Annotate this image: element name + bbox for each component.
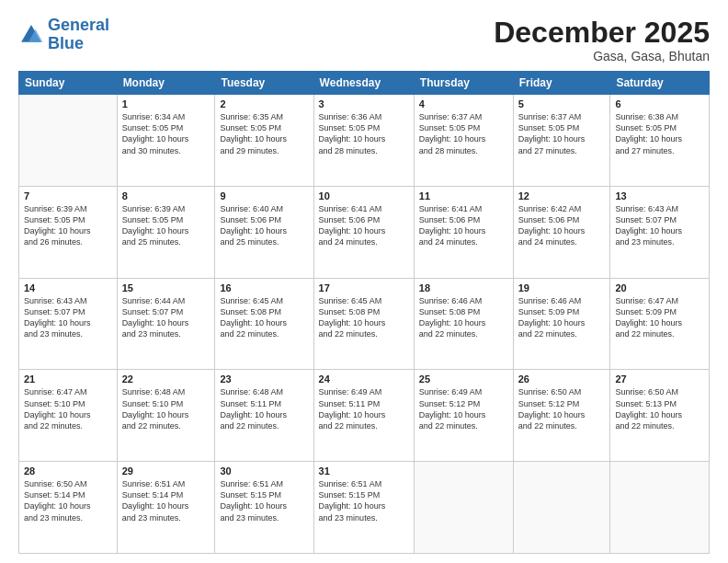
day-info: Sunrise: 6:50 AMSunset: 5:12 PMDaylight:… [518,386,606,431]
calendar-cell: 29Sunrise: 6:51 AMSunset: 5:14 PMDayligh… [117,462,215,554]
day-info: Sunrise: 6:34 AMSunset: 5:05 PMDaylight:… [122,111,210,156]
calendar-cell: 7Sunrise: 6:39 AMSunset: 5:05 PMDaylight… [19,186,118,278]
calendar-week-2: 7Sunrise: 6:39 AMSunset: 5:05 PMDaylight… [19,186,710,278]
calendar-week-3: 14Sunrise: 6:43 AMSunset: 5:07 PMDayligh… [19,278,710,370]
calendar-cell: 6Sunrise: 6:38 AMSunset: 5:05 PMDaylight… [610,95,710,187]
day-number: 9 [220,190,308,201]
day-number: 7 [24,190,112,201]
day-number: 10 [319,190,409,201]
column-header-friday: Friday [513,72,610,95]
calendar-cell: 21Sunrise: 6:47 AMSunset: 5:10 PMDayligh… [19,370,118,462]
day-number: 18 [419,282,508,293]
calendar-cell: 17Sunrise: 6:45 AMSunset: 5:08 PMDayligh… [313,278,414,370]
column-header-tuesday: Tuesday [215,72,313,95]
day-info: Sunrise: 6:49 AMSunset: 5:12 PMDaylight:… [419,386,508,431]
calendar-cell [513,462,610,554]
day-info: Sunrise: 6:37 AMSunset: 5:05 PMDaylight:… [419,111,508,156]
column-header-sunday: Sunday [19,72,118,95]
title-block: December 2025 Gasa, Gasa, Bhutan [494,17,710,63]
calendar-cell: 31Sunrise: 6:51 AMSunset: 5:15 PMDayligh… [313,462,414,554]
calendar-cell: 9Sunrise: 6:40 AMSunset: 5:06 PMDaylight… [215,186,313,278]
day-number: 30 [220,465,308,477]
day-number: 5 [518,98,606,109]
title-month: December 2025 [494,17,710,49]
calendar-cell: 10Sunrise: 6:41 AMSunset: 5:06 PMDayligh… [313,186,414,278]
day-info: Sunrise: 6:47 AMSunset: 5:09 PMDaylight:… [615,295,704,340]
day-info: Sunrise: 6:51 AMSunset: 5:15 PMDaylight:… [319,478,409,523]
day-number: 20 [615,282,704,293]
day-info: Sunrise: 6:39 AMSunset: 5:05 PMDaylight:… [122,203,210,248]
calendar-cell: 12Sunrise: 6:42 AMSunset: 5:06 PMDayligh… [513,186,610,278]
day-number: 31 [319,465,409,477]
calendar-cell: 23Sunrise: 6:48 AMSunset: 5:11 PMDayligh… [215,370,313,462]
logo-icon [18,22,44,48]
day-number: 23 [220,373,308,385]
calendar-cell: 19Sunrise: 6:46 AMSunset: 5:09 PMDayligh… [513,278,610,370]
calendar-week-1: 1Sunrise: 6:34 AMSunset: 5:05 PMDaylight… [19,95,710,187]
calendar-cell: 16Sunrise: 6:45 AMSunset: 5:08 PMDayligh… [215,278,313,370]
day-number: 16 [220,282,308,293]
day-info: Sunrise: 6:48 AMSunset: 5:10 PMDaylight:… [122,386,210,431]
calendar-cell [19,95,118,187]
calendar-week-5: 28Sunrise: 6:50 AMSunset: 5:14 PMDayligh… [19,462,710,554]
day-number: 13 [615,190,704,201]
day-info: Sunrise: 6:40 AMSunset: 5:06 PMDaylight:… [220,203,308,248]
day-info: Sunrise: 6:45 AMSunset: 5:08 PMDaylight:… [220,295,308,340]
day-number: 8 [122,190,210,201]
calendar-cell: 20Sunrise: 6:47 AMSunset: 5:09 PMDayligh… [610,278,710,370]
calendar-cell: 5Sunrise: 6:37 AMSunset: 5:05 PMDaylight… [513,95,610,187]
day-info: Sunrise: 6:43 AMSunset: 5:07 PMDaylight:… [24,295,112,340]
day-info: Sunrise: 6:49 AMSunset: 5:11 PMDaylight:… [319,386,409,431]
calendar-cell: 13Sunrise: 6:43 AMSunset: 5:07 PMDayligh… [610,186,710,278]
day-number: 21 [24,373,112,385]
calendar-cell: 15Sunrise: 6:44 AMSunset: 5:07 PMDayligh… [117,278,215,370]
day-number: 25 [419,373,508,385]
day-number: 3 [319,98,409,109]
column-header-wednesday: Wednesday [313,72,414,95]
day-info: Sunrise: 6:43 AMSunset: 5:07 PMDaylight:… [615,203,704,248]
calendar-cell: 4Sunrise: 6:37 AMSunset: 5:05 PMDaylight… [414,95,513,187]
day-info: Sunrise: 6:47 AMSunset: 5:10 PMDaylight:… [24,386,112,431]
day-info: Sunrise: 6:38 AMSunset: 5:05 PMDaylight:… [615,111,704,156]
day-info: Sunrise: 6:50 AMSunset: 5:13 PMDaylight:… [615,386,704,431]
day-number: 4 [419,98,508,109]
day-number: 15 [122,282,210,293]
calendar-header-row: SundayMondayTuesdayWednesdayThursdayFrid… [19,72,710,95]
logo-text: General Blue [48,17,109,53]
day-number: 1 [122,98,210,109]
day-info: Sunrise: 6:41 AMSunset: 5:06 PMDaylight:… [419,203,508,248]
day-info: Sunrise: 6:42 AMSunset: 5:06 PMDaylight:… [518,203,606,248]
calendar-cell [610,462,710,554]
day-info: Sunrise: 6:36 AMSunset: 5:05 PMDaylight:… [319,111,409,156]
calendar-cell: 27Sunrise: 6:50 AMSunset: 5:13 PMDayligh… [610,370,710,462]
day-info: Sunrise: 6:48 AMSunset: 5:11 PMDaylight:… [220,386,308,431]
day-number: 22 [122,373,210,385]
calendar-cell: 2Sunrise: 6:35 AMSunset: 5:05 PMDaylight… [215,95,313,187]
column-header-monday: Monday [117,72,215,95]
day-info: Sunrise: 6:45 AMSunset: 5:08 PMDaylight:… [319,295,409,340]
calendar-cell [414,462,513,554]
day-info: Sunrise: 6:37 AMSunset: 5:05 PMDaylight:… [518,111,606,156]
day-info: Sunrise: 6:41 AMSunset: 5:06 PMDaylight:… [319,203,409,248]
calendar-cell: 22Sunrise: 6:48 AMSunset: 5:10 PMDayligh… [117,370,215,462]
calendar-cell: 3Sunrise: 6:36 AMSunset: 5:05 PMDaylight… [313,95,414,187]
calendar-week-4: 21Sunrise: 6:47 AMSunset: 5:10 PMDayligh… [19,370,710,462]
day-info: Sunrise: 6:35 AMSunset: 5:05 PMDaylight:… [220,111,308,156]
day-info: Sunrise: 6:51 AMSunset: 5:14 PMDaylight:… [122,478,210,523]
day-number: 29 [122,465,210,477]
day-info: Sunrise: 6:39 AMSunset: 5:05 PMDaylight:… [24,203,112,248]
calendar-cell: 1Sunrise: 6:34 AMSunset: 5:05 PMDaylight… [117,95,215,187]
calendar-cell: 25Sunrise: 6:49 AMSunset: 5:12 PMDayligh… [414,370,513,462]
calendar-cell: 30Sunrise: 6:51 AMSunset: 5:15 PMDayligh… [215,462,313,554]
day-number: 2 [220,98,308,109]
day-number: 14 [24,282,112,293]
calendar-cell: 24Sunrise: 6:49 AMSunset: 5:11 PMDayligh… [313,370,414,462]
calendar-table: SundayMondayTuesdayWednesdayThursdayFrid… [18,71,710,554]
column-header-thursday: Thursday [414,72,513,95]
day-number: 19 [518,282,606,293]
day-info: Sunrise: 6:46 AMSunset: 5:08 PMDaylight:… [419,295,508,340]
day-number: 11 [419,190,508,201]
day-number: 27 [615,373,704,385]
header: General Blue December 2025 Gasa, Gasa, B… [18,17,710,63]
column-header-saturday: Saturday [610,72,710,95]
